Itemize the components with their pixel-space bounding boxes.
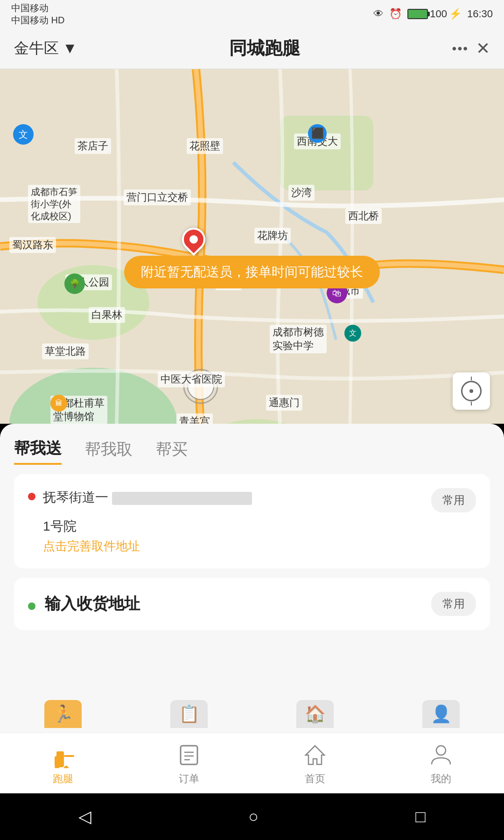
svg-rect-11: [64, 755, 74, 757]
delivery-address-card[interactable]: 输入收货地址 常用: [14, 578, 490, 630]
map-label-caotang: 草堂北路: [42, 343, 89, 359]
alarm-icon: ⏰: [389, 8, 402, 20]
location-text: 金牛区: [14, 38, 59, 59]
shouye-icon: [301, 741, 329, 769]
target-icon: [461, 381, 482, 401]
map-label-shuhandu: 蜀汉路东: [9, 237, 56, 253]
partial-icon-2: 📋: [166, 691, 212, 728]
target-center: [469, 389, 473, 393]
map-label-tonghui: 通惠门: [266, 395, 302, 411]
pin-inner: [188, 233, 199, 245]
map-label-shudezhong: 成都市树德实验中学: [270, 325, 327, 353]
more-button[interactable]: •••: [452, 41, 469, 56]
tab-bangmai[interactable]: 帮买: [156, 439, 188, 464]
pin-circle: [177, 223, 210, 256]
wode-icon: [427, 741, 455, 769]
nav-label-wode: 我的: [431, 772, 451, 786]
tab-bangwosong[interactable]: 帮我送: [14, 438, 62, 465]
school-icon-1: 文: [13, 124, 34, 145]
svg-point-10: [64, 766, 69, 768]
pickup-text: 抚琴街道一: [43, 488, 424, 506]
time-display: 16:30: [467, 8, 493, 20]
map-area[interactable]: 茶店子 花照壁 西南交大 成都市石笋街小学(外化成校区) 营门口立交桥 沙湾 西…: [0, 69, 504, 424]
dingdan-icon: [175, 741, 203, 769]
map-label-qingyang: 青羊宫: [176, 413, 213, 424]
chevron-down-icon: ▼: [63, 40, 77, 57]
pickup-detail-row: 1号院: [28, 517, 476, 535]
carrier2: 中国移动 HD: [11, 14, 64, 26]
pickup-street-blurred: [112, 492, 252, 505]
svg-rect-4: [280, 116, 373, 190]
nav-label-paotui: 跑腿: [53, 772, 73, 786]
nav-actions: ••• ✕: [452, 39, 490, 58]
nav-bar: 金牛区 ▼ 同城跑腿 ••• ✕: [0, 28, 504, 69]
battery-label: 100: [430, 8, 447, 20]
pickup-common-button[interactable]: 常用: [431, 488, 476, 512]
map-label-baiguolin: 白果林: [89, 307, 125, 323]
partial-icon-1: 🏃: [40, 691, 86, 728]
svg-point-16: [436, 746, 446, 755]
nav-item-dingdan[interactable]: 订单: [126, 741, 252, 786]
pickup-detail-text: 1号院: [43, 517, 476, 535]
partial-icons-row: 🏃 📋 🏠 👤: [0, 677, 504, 733]
charging-icon: ⚡: [449, 8, 462, 20]
map-label-xibei: 西北桥: [345, 208, 382, 224]
location-pin: [182, 228, 205, 251]
paotui-icon: [49, 741, 77, 769]
map-label-huapai: 花牌坊: [254, 228, 291, 244]
map-label-huazhaobibi: 花照壁: [187, 138, 223, 154]
delivery-common-button[interactable]: 常用: [431, 592, 476, 616]
carrier-info: 中国移动 中国移动 HD: [11, 2, 64, 26]
park-icon-1: 🌳: [64, 273, 85, 294]
pickup-address-card[interactable]: 抚琴街道一 常用 1号院 点击完善取件地址: [14, 474, 490, 568]
status-bar: 中国移动 中国移动 HD 👁 ⏰ 100 ⚡ 16:30: [0, 0, 504, 28]
alert-banner: 附近暂无配送员，接单时间可能过较长: [124, 256, 380, 288]
map-label-shixiao: 成都市石笋街小学(外化成校区): [28, 185, 80, 223]
close-button[interactable]: ✕: [476, 39, 490, 58]
pickup-street: 抚琴街道一: [43, 490, 108, 504]
back-button[interactable]: ◁: [78, 807, 91, 826]
battery-fill: [408, 10, 427, 18]
battery-icon: [407, 9, 428, 19]
location-target-button[interactable]: [453, 372, 490, 410]
page-title: 同城跑腿: [229, 36, 300, 60]
location-selector[interactable]: 金牛区 ▼: [14, 38, 77, 59]
map-label-yingmen: 营门口立交桥: [124, 189, 191, 205]
gesture-bar: ◁ ○ □: [0, 793, 504, 840]
complete-address-hint[interactable]: 点击完善取件地址: [43, 538, 476, 554]
pickup-dot: [28, 493, 35, 500]
map-roads-svg: [0, 69, 504, 424]
map-label-zhongyi: 中医大省医院: [158, 371, 225, 387]
partial-icon-3: 🏠: [292, 691, 338, 728]
alert-text: 附近暂无配送员，接单时间可能过较长: [141, 265, 363, 279]
svg-rect-8: [56, 751, 64, 758]
home-button[interactable]: ○: [248, 807, 259, 826]
carrier1: 中国移动: [11, 2, 64, 14]
eye-icon: 👁: [373, 8, 384, 20]
nav-item-wode[interactable]: 我的: [378, 741, 504, 786]
svg-rect-12: [181, 746, 197, 764]
partial-icon-4: 👤: [418, 691, 464, 728]
battery-indicator: 100 ⚡: [407, 8, 462, 20]
nav-item-shouye[interactable]: 首页: [252, 741, 378, 786]
pickup-number: 1号院: [43, 519, 77, 533]
museum-icon: 🏛: [50, 395, 67, 412]
nav-label-shouye: 首页: [305, 772, 325, 786]
nav-label-dingdan: 订单: [179, 772, 199, 786]
map-label-shawan: 沙湾: [288, 185, 315, 201]
bottom-panel: 帮我送 帮我取 帮买 抚琴街道一 常用 1号院 点击完善取件地址 输入收货地址 …: [0, 424, 504, 685]
pickup-address-row: 抚琴街道一 常用: [28, 488, 476, 512]
recents-button[interactable]: □: [415, 807, 426, 826]
tab-bangwoqu[interactable]: 帮我取: [85, 439, 133, 464]
map-label-chadian: 茶店子: [75, 138, 111, 154]
delivery-title[interactable]: 输入收货地址: [45, 593, 422, 615]
bottom-nav: 跑腿 订单 首页 我的: [0, 733, 504, 793]
school-icon-2: ⬛: [308, 124, 327, 143]
school-icon-3: 文: [344, 325, 361, 342]
delivery-dot: [28, 602, 35, 610]
service-tabs: 帮我送 帮我取 帮买: [14, 424, 490, 474]
status-right: 👁 ⏰ 100 ⚡ 16:30: [373, 8, 493, 20]
nav-item-paotui[interactable]: 跑腿: [0, 741, 126, 786]
